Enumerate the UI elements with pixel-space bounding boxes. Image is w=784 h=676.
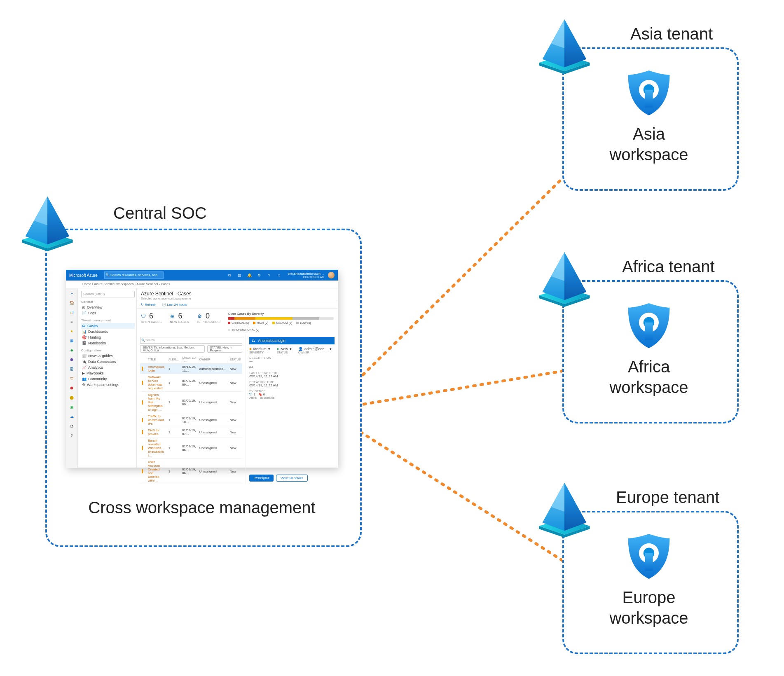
rail-icon[interactable]: ◔ <box>68 423 75 429</box>
rail-icon[interactable]: ⬢ <box>68 356 75 363</box>
workspace-label-europe: Europe workspace <box>562 587 735 628</box>
rail-icon[interactable]: ⬤ <box>68 394 75 401</box>
stat-in-progress: ⚙0 IN PROGRESS <box>197 312 220 323</box>
table-row[interactable]: Anomalous login105/14/19, 11…admin@conto… <box>140 364 242 374</box>
rail-icon[interactable]: ◆ <box>68 347 75 353</box>
sentinel-shield-icon <box>624 68 674 117</box>
severity-block: Open Cases By Severity CRITICAL (0) HIGH… <box>228 312 334 331</box>
detail-header: 🗂 Anomalous login <box>249 337 335 344</box>
rail-icon[interactable]: ⬣ <box>68 385 75 391</box>
rail-icon[interactable]: ＋ <box>68 290 75 297</box>
stat-open-cases: 🛡6 OPEN CASES <box>141 312 162 323</box>
rail-icon[interactable]: ≡ <box>68 318 75 325</box>
azure-brand: Microsoft Azure <box>69 273 98 278</box>
refresh-button[interactable]: ↻ Refresh <box>141 303 156 306</box>
user-menu[interactable]: ofer.shezaf@microsoft… CONTOSO LAB <box>288 272 324 278</box>
nav-item-logs[interactable]: 📄Logs <box>81 310 135 316</box>
page-subtitle: Selected workspace: contosospaceone <box>141 297 334 300</box>
central-soc-title: Central SOC <box>113 204 207 222</box>
nav-item-notebooks[interactable]: 📓Notebooks <box>81 340 135 346</box>
stat-new-cases: ⊕6 NEW CASES <box>170 312 190 323</box>
rail-icon[interactable]: ☁ <box>68 413 75 420</box>
nav-item-cases[interactable]: 🗂Cases <box>81 323 135 329</box>
cases-list: Search SEVERITY: Informational, Low, Med… <box>137 334 246 484</box>
workspace-label-asia: Asia workspace <box>562 124 735 165</box>
nav-item-news[interactable]: 📰News & guides <box>81 353 135 359</box>
directory-icon <box>536 480 593 538</box>
rail-icon[interactable]: ▣ <box>68 404 75 410</box>
nav-item-analytics[interactable]: 📈Analytics <box>81 365 135 370</box>
table-row[interactable]: Signins from IPs that attempted to sign … <box>140 392 242 413</box>
tenant-title-asia: Asia tenant <box>630 25 713 43</box>
case-icon: 🗂 <box>252 339 255 343</box>
page-header: Azure Sentinel - Cases Selected workspac… <box>137 288 338 301</box>
feedback-icon[interactable]: ☺ <box>276 272 282 278</box>
status-filter[interactable]: STATUS: New, In Progress <box>207 345 242 353</box>
rail-icon[interactable]: 🛡 <box>68 375 75 382</box>
investigate-button[interactable]: Investigate <box>249 475 274 482</box>
view-details-button[interactable]: View full details <box>276 475 308 482</box>
sentinel-nav: Search (Ctrl+/) General ◴Overview 📄Logs … <box>78 288 137 468</box>
nav-search-input[interactable]: Search (Ctrl+/) <box>81 291 135 297</box>
settings-icon[interactable]: ⚙ <box>256 272 262 278</box>
central-soc-caption: Cross workspace management <box>45 498 358 517</box>
table-row[interactable]: User Account Created and Deleted withi…1… <box>140 459 242 484</box>
workspace-label-africa: Africa workspace <box>562 356 735 398</box>
nav-item-playbooks[interactable]: ▶Playbooks <box>81 370 135 376</box>
directory-icon <box>536 16 593 74</box>
breadcrumb: Home › Azure Sentinel workspaces › Azure… <box>66 281 338 288</box>
nav-section-label: General <box>81 300 135 304</box>
directory-icon <box>536 249 593 307</box>
avatar[interactable] <box>328 272 335 278</box>
table-row[interactable]: DNS tor proxies101/01/19, 07…UnassignedN… <box>140 427 242 437</box>
rail-icon[interactable]: ▦ <box>68 337 75 344</box>
rail-icon[interactable]: ★ <box>68 328 75 334</box>
nav-item-dashboards[interactable]: 📊Dashboards <box>81 329 135 334</box>
help-icon[interactable]: ? <box>266 272 272 278</box>
user-tenant: CONTOSO LAB <box>288 276 324 278</box>
nav-item-connectors[interactable]: 🔌Data Connectors <box>81 359 135 365</box>
rail-icon[interactable]: 📊 <box>68 309 75 316</box>
table-row[interactable]: Software service ticket was requested101… <box>140 374 242 392</box>
tenant-title-europe: Europe tenant <box>616 488 719 507</box>
sentinel-shield-icon <box>624 301 674 350</box>
nav-item-hunting[interactable]: 🎯Hunting <box>81 334 135 340</box>
rail-icon[interactable]: ? <box>68 432 75 439</box>
notifications-icon[interactable]: 🔔 <box>246 272 252 278</box>
user-name: ofer.shezaf@microsoft… <box>288 272 324 276</box>
rail-icon[interactable]: 🗄 <box>68 366 75 372</box>
nav-section-label: Threat management <box>81 318 135 322</box>
nav-item-community[interactable]: 👥Community <box>81 376 135 382</box>
cases-table: TITLE ALER… CREATED T… OWNER STATUS Anom… <box>140 355 242 484</box>
severity-filter[interactable]: SEVERITY: Informational, Low, Medium, Hi… <box>140 345 205 353</box>
stats-row: 🛡6 OPEN CASES ⊕6 NEW CASES ⚙0 IN PROGRES… <box>137 309 338 334</box>
nav-item-overview[interactable]: ◴Overview <box>81 304 135 310</box>
nav-item-ws-settings[interactable]: ⚙Workspace settings <box>81 382 135 388</box>
nav-section-label: Configuration <box>81 349 135 352</box>
left-rail: ＋ 🏠 📊 ≡ ★ ▦ ◆ ⬢ 🗄 🛡 ⬣ ⬤ ▣ ☁ ◔ ? <box>66 288 78 468</box>
time-range-button[interactable]: 🕒 Last 24 hours <box>162 303 187 306</box>
table-row[interactable]: Traffic to known bad IPs101/01/19, 10…Un… <box>140 413 242 427</box>
sentinel-shield-icon <box>624 531 674 581</box>
cloud-shell-icon[interactable]: ⧉ <box>227 272 232 278</box>
directories-icon[interactable]: ▤ <box>236 272 242 278</box>
case-detail: 🗂 Anomalous login ■Medium▾ SEVERITY ●New… <box>246 334 338 484</box>
directory-icon <box>19 194 76 251</box>
tenant-title-africa: Africa tenant <box>622 257 715 276</box>
azure-topbar: Microsoft Azure Search resources, servic… <box>66 270 338 281</box>
page-title: Azure Sentinel - Cases <box>141 291 334 297</box>
table-row[interactable]: Bandit revealed Windows executable t…101… <box>140 437 242 459</box>
global-search-input[interactable]: Search resources, services, and docs <box>104 271 164 279</box>
list-search-input[interactable]: Search <box>140 337 242 344</box>
rail-icon[interactable]: 🏠 <box>68 299 75 306</box>
sentinel-screenshot: Microsoft Azure Search resources, servic… <box>66 270 338 468</box>
